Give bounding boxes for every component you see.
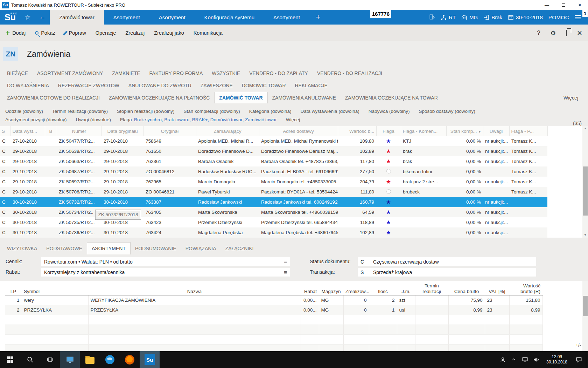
help-button[interactable]: ? (537, 29, 540, 36)
main-menu-button[interactable] (575, 15, 583, 19)
cashbox-indicator[interactable]: Brak (483, 14, 502, 20)
filter-item[interactable]: Stan kompletacji (dowolny) (183, 109, 240, 114)
items-column-header[interactable]: Wartość brutto (R) (509, 281, 542, 295)
view-tab[interactable]: ZAMÓWIENIA OCZEKUJĄCE NA PŁATNOŚĆ (104, 92, 214, 103)
navbar-tab[interactable]: Zamówić towar (50, 10, 104, 25)
task-view-button[interactable] (40, 351, 60, 368)
scroll-up-icon[interactable]: ▲ (582, 126, 588, 131)
table-row[interactable]: C29-10-2018ZK 50663/RT/2...29-10-2018762… (0, 156, 547, 166)
toolbar-button-operacje[interactable]: Operacje (96, 30, 116, 36)
view-tab[interactable]: ZAMÓWIENIA OCZEKUJĄCE NA TOWAR (341, 92, 442, 103)
filter-item[interactable]: Termin realizacji (dowolny) (52, 109, 108, 114)
column-header[interactable]: Adres dostawy (259, 126, 338, 136)
items-row[interactable]: 2PRZESYŁKAPRZESYŁKA0,00...MG01usl8,99238… (5, 305, 542, 315)
new-tab-button[interactable]: + (309, 10, 327, 25)
table-row[interactable]: C29-10-2018ZK 50697/RT/2...29-10-2018762… (0, 177, 547, 187)
items-column-header[interactable]: VAT [%] (485, 281, 509, 295)
filter-item[interactable]: Sposób dostawy (dowolny) (419, 109, 475, 114)
view-tab[interactable]: ANULOWANE DO ZWROTU (124, 80, 196, 91)
taskbar-firefox[interactable] (120, 351, 140, 368)
view-tab[interactable]: ZAMÓWIENIA GOTOWE DO REALIZACJI (2, 92, 104, 103)
detail-tab[interactable]: PODSTAWOWE (42, 243, 87, 254)
table-row[interactable]: C29-10-2018ZK 50638/RT/2...29-10-2018761… (0, 146, 547, 156)
taskbar-app-display[interactable] (60, 351, 80, 368)
date-indicator[interactable]: 30-10-2018 (508, 14, 543, 20)
items-column-header[interactable]: Nazwa (88, 281, 301, 295)
view-tab[interactable]: ZAMÓWIĆ TOWAR (214, 92, 267, 103)
column-header[interactable]: B (45, 126, 57, 136)
scroll-down-icon[interactable]: ▼ (582, 233, 588, 238)
help-menu[interactable]: POMOC (548, 14, 569, 20)
view-tab[interactable]: FAKTURY PRO FORMA (145, 68, 208, 79)
action-center-button[interactable] (572, 351, 586, 368)
column-header[interactable]: Stan komp...▼ (446, 126, 483, 136)
start-button[interactable] (0, 351, 20, 368)
app-logo[interactable]: Su PRO (0, 10, 20, 25)
navbar-tab[interactable]: Konfiguracja systemu (195, 10, 264, 25)
filter-item[interactable]: Uwagi (dowolne) (76, 117, 111, 122)
table-row[interactable]: C30-10-2018ZK 50732/RT/2...30-10-2018763… (0, 197, 547, 207)
items-empty-row[interactable] (5, 315, 542, 325)
view-tab[interactable]: ZAWIESZONE (196, 80, 237, 91)
view-tab[interactable]: DO WYJAŚNIENIA (2, 80, 54, 91)
sync-devices-button[interactable] (429, 14, 435, 20)
column-header[interactable]: Data oryginału (102, 126, 144, 136)
items-column-header[interactable]: Cena brutto (448, 281, 485, 295)
back-button[interactable]: ← (35, 10, 50, 25)
restore-view-button[interactable] (566, 30, 567, 36)
column-header[interactable]: Data wyst... (10, 126, 45, 136)
plus-minus-control[interactable]: +/- (575, 342, 581, 348)
toolbar-button-komunikacja[interactable]: Komunikacja (194, 30, 223, 36)
navbar-tab[interactable]: Asortyment (104, 10, 149, 25)
view-tab[interactable]: ZAMKNIĘTE (107, 68, 145, 79)
view-tab[interactable]: REZERWACJE ZWROTÓW (54, 80, 124, 91)
items-row[interactable]: 1weryWERYFIKACJA ZAMÓWIENIA0,00...MG02sz… (5, 295, 542, 305)
filter-item[interactable]: Data wystawienia (dowolna) (301, 109, 359, 114)
orders-scrollbar[interactable]: ▲ ▼ (582, 126, 588, 238)
view-tab[interactable]: VENDERO - DO REALIZACJI (313, 68, 387, 79)
field-menu-icon[interactable]: ≡ (284, 269, 287, 275)
toolbar-button-popraw[interactable]: Popraw (64, 30, 86, 36)
close-button[interactable]: ✕ (572, 0, 588, 10)
items-header-row[interactable]: LPSymbolNazwaRabatMagazynZrealizow...Ilo… (5, 281, 542, 295)
view-tab[interactable]: REKLAMACJE (290, 80, 332, 91)
items-column-header[interactable]: Ilość (369, 281, 397, 295)
tray-volume-button[interactable] (531, 351, 542, 368)
orders-header-row[interactable]: SData wyst...BNumerData oryginałuOrygina… (0, 126, 547, 136)
filter-item[interactable]: Asortyment pozycji (dowolny) (5, 117, 67, 122)
items-column-header[interactable]: Magazyn (319, 281, 343, 295)
navbar-tab[interactable]: Asortyment (264, 10, 309, 25)
field-menu-icon[interactable]: ≡ (284, 259, 287, 265)
toolbar-button-pokaż[interactable]: Pokaż (35, 30, 55, 36)
scrollbar-thumb[interactable] (583, 296, 588, 316)
items-column-header[interactable]: J.m. (397, 281, 415, 295)
items-column-header[interactable]: Symbol (22, 281, 88, 295)
view-tab[interactable]: ZAMÓWIENIA ANULOWANE (268, 92, 341, 103)
column-header[interactable]: Zamawiający (196, 126, 259, 136)
filter-item[interactable]: Oddział (dowolny) (5, 109, 43, 114)
items-scrollbar[interactable] (582, 281, 588, 351)
view-tab[interactable]: WSZYSTKIE (207, 68, 245, 79)
detail-tab[interactable]: WIZYTÓWKA (2, 243, 42, 254)
table-row[interactable]: C27-10-2018ZK 50477/RT/2...27-10-2018758… (0, 136, 547, 146)
view-tab[interactable]: DOMÓWIĆ TOWAR (237, 80, 290, 91)
detail-tab[interactable]: ASORTYMENT (87, 242, 131, 254)
warehouse-indicator[interactable]: MG (461, 14, 478, 20)
table-row[interactable]: C30-10-2018ZK 50736/RT/2...30-10-2018763… (0, 227, 547, 238)
column-header[interactable]: Uwagi (483, 126, 509, 136)
taskbar-clock[interactable]: 12:09 30.10.2018 (542, 351, 572, 368)
navbar-tab[interactable]: Asortyment (149, 10, 195, 25)
detail-tab[interactable]: POWIĄZANIA (181, 243, 221, 254)
taskbar-subiekt[interactable]: Su (140, 351, 160, 368)
maximize-button[interactable] (555, 0, 572, 10)
filter-item[interactable]: Stopień realizacji (dowolny) (117, 109, 174, 114)
column-header[interactable]: Flaga (376, 126, 401, 136)
scrollbar-thumb[interactable] (583, 166, 588, 216)
show-desktop-button[interactable] (586, 351, 588, 368)
toolbar-button-dodaj[interactable]: +Dodaj (6, 30, 26, 36)
column-header[interactable]: Numer (57, 126, 102, 136)
items-column-header[interactable]: Zrealizow... (343, 281, 369, 295)
items-empty-row[interactable] (5, 334, 542, 344)
column-header[interactable]: Flaga - Komen... (401, 126, 446, 136)
cennik-field[interactable]: Rowertour.com • Waluta: PLN • od brutto … (41, 257, 290, 266)
